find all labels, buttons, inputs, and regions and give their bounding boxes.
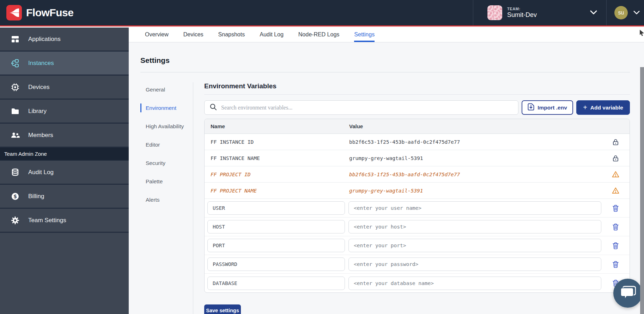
sidebar-item-team-settings[interactable]: Team Settings	[0, 209, 129, 233]
lock-icon	[601, 138, 630, 146]
sidebar: Applications Instances Devices Library M…	[0, 28, 129, 314]
env-var-name: FF_PROJECT_ID	[205, 172, 345, 177]
env-var-value-input[interactable]	[348, 257, 601, 271]
sidebar-item-billing[interactable]: $ Billing	[0, 185, 129, 209]
chat-bubble-icon	[620, 285, 636, 301]
applications-icon	[11, 35, 20, 44]
table-row-editable	[205, 199, 630, 218]
sidebar-item-label: Instances	[28, 60, 54, 67]
chevron-down-icon	[633, 10, 640, 16]
chevron-down-icon	[579, 10, 597, 16]
tab-settings[interactable]: Settings	[354, 28, 375, 42]
env-var-name-input[interactable]	[207, 277, 345, 290]
members-icon	[11, 131, 20, 140]
delete-variable-button[interactable]	[612, 261, 619, 268]
env-var-value-input[interactable]	[348, 220, 601, 233]
sidebar-item-devices[interactable]: Devices	[0, 76, 129, 100]
import-file-icon	[528, 103, 534, 112]
sidebar-item-label: Applications	[28, 36, 61, 43]
warning-icon	[601, 171, 630, 178]
table-header: Name Value	[205, 119, 630, 134]
team-selector[interactable]: TEAM: Sumit-Dev	[473, 0, 606, 25]
subnav-item-alerts[interactable]: Alerts	[140, 195, 193, 204]
env-var-value-input[interactable]	[348, 201, 601, 215]
page-divider	[140, 72, 630, 72]
env-var-value: grumpy-grey-wagtail-5391	[345, 188, 601, 194]
env-var-name-input[interactable]	[207, 201, 345, 215]
delete-variable-button[interactable]	[612, 205, 619, 212]
table-row-editable	[205, 236, 630, 255]
gear-icon	[11, 216, 20, 225]
sidebar-item-label: Library	[28, 108, 47, 115]
flowfuse-logo-icon	[6, 5, 22, 20]
add-variable-button[interactable]: + Add variable	[576, 100, 630, 115]
scrollbar[interactable]	[639, 28, 644, 314]
sidebar-item-members[interactable]: Members	[0, 124, 129, 148]
delete-variable-button[interactable]	[612, 223, 619, 231]
search-input[interactable]	[221, 105, 513, 111]
import-env-label: Import .env	[537, 105, 567, 111]
audit-log-icon	[11, 168, 20, 177]
table-row-editable	[205, 255, 630, 274]
tab-audit-log[interactable]: Audit Log	[260, 28, 284, 42]
table-row: FF_PROJECT_NAME grumpy-grey-wagtail-5391	[205, 183, 630, 199]
search-icon	[209, 103, 217, 112]
table-row-editable	[205, 274, 630, 292]
subnav-item-editor[interactable]: Editor	[140, 140, 193, 149]
env-var-value: bb2f6c53-1f25-453b-aafd-0c2f475d7e77	[345, 139, 601, 145]
column-header-value: Value	[345, 123, 601, 129]
tab-overview[interactable]: Overview	[145, 28, 169, 42]
tab-devices[interactable]: Devices	[183, 28, 203, 42]
env-var-name-input[interactable]	[207, 239, 345, 252]
search-box	[204, 100, 518, 115]
table-row-editable	[205, 218, 630, 236]
tab-snapshots[interactable]: Snapshots	[218, 28, 245, 42]
env-var-value-input[interactable]	[348, 277, 601, 290]
env-var-name-input[interactable]	[207, 220, 345, 233]
tab-node-red-logs[interactable]: Node-RED Logs	[298, 28, 340, 42]
lock-icon	[601, 155, 630, 162]
flowfuse-logo[interactable]: FlowFuse	[0, 5, 73, 20]
env-var-value-input[interactable]	[348, 239, 601, 252]
sidebar-item-audit-log[interactable]: Audit Log	[0, 161, 129, 185]
subnav-item-general[interactable]: General	[140, 85, 193, 94]
sidebar-item-library[interactable]: Library	[0, 100, 129, 124]
env-var-name: FF_INSTANCE_ID	[205, 139, 345, 145]
env-var-value: grumpy-grey-wagtail-5391	[345, 155, 601, 161]
sidebar-item-label: Devices	[28, 84, 49, 91]
delete-variable-button[interactable]	[612, 242, 619, 249]
env-var-name-input[interactable]	[207, 257, 345, 271]
table-row: FF_INSTANCE_ID bb2f6c53-1f25-453b-aafd-0…	[205, 134, 630, 150]
section-divider	[204, 94, 630, 95]
sidebar-item-label: Billing	[28, 193, 44, 200]
chat-widget-button[interactable]	[613, 279, 642, 308]
env-var-name: FF_PROJECT_NAME	[205, 188, 345, 194]
plus-icon: +	[583, 104, 587, 111]
settings-subnav: General Environment High Availability Ed…	[140, 82, 193, 314]
subnav-item-high-availability[interactable]: High Availability	[140, 122, 193, 131]
save-settings-button[interactable]: Save settings	[204, 304, 241, 314]
import-env-button[interactable]: Import .env	[522, 100, 573, 115]
add-variable-label: Add variable	[590, 105, 623, 111]
table-row: FF_INSTANCE_NAME grumpy-grey-wagtail-539…	[205, 150, 630, 166]
instances-icon	[11, 59, 20, 68]
library-icon	[11, 107, 20, 116]
billing-icon: $	[11, 192, 20, 201]
scrollbar-thumb[interactable]	[640, 67, 644, 314]
sidebar-item-label: Team Settings	[28, 217, 66, 224]
instance-tabbar: Overview Devices Snapshots Audit Log Nod…	[129, 28, 644, 42]
team-label: TEAM:	[507, 7, 537, 11]
subnav-item-palette[interactable]: Palette	[140, 177, 193, 186]
sidebar-item-applications[interactable]: Applications	[0, 28, 129, 52]
warning-icon	[601, 187, 630, 194]
table-row: FF_PROJECT_ID bb2f6c53-1f25-453b-aafd-0c…	[205, 166, 630, 183]
mouse-cursor	[639, 30, 644, 37]
user-avatar: su	[614, 6, 628, 19]
svg-text:$: $	[13, 194, 17, 199]
user-menu[interactable]: su	[606, 0, 644, 25]
sidebar-item-instances[interactable]: Instances	[0, 52, 129, 76]
sidebar-item-label: Members	[28, 132, 53, 139]
subnav-item-security[interactable]: Security	[140, 159, 193, 167]
subnav-item-environment[interactable]: Environment	[140, 103, 193, 112]
env-variables-table: Name Value FF_INSTANCE_ID bb2f6c53-1f25-…	[204, 119, 630, 293]
